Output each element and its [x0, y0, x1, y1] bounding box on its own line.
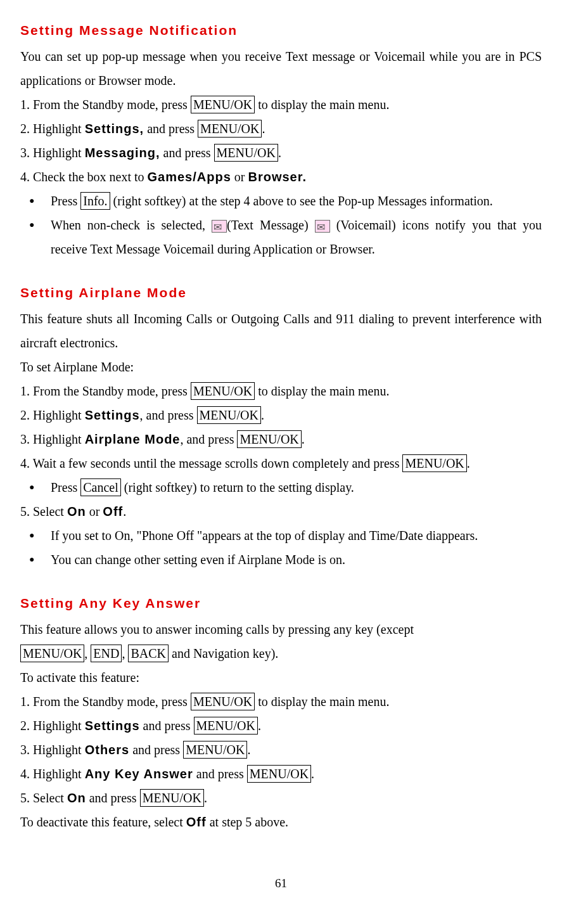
text: or — [86, 504, 103, 518]
text: 1. From the Standby mode, press — [20, 695, 191, 709]
period: . — [262, 122, 265, 136]
menuok-key: MENU/OK — [237, 430, 301, 448]
period: . — [247, 743, 250, 757]
step-2: 2. Highlight Settings, and press MENU/OK… — [20, 117, 542, 141]
bold-airplane-mode: Airplane Mode — [85, 432, 181, 446]
period: . — [278, 146, 281, 160]
to-set: To set Airplane Mode: — [20, 355, 542, 379]
period: . — [302, 432, 305, 446]
menuok-key: MENU/OK — [183, 741, 247, 759]
text: and press — [129, 743, 183, 757]
info-key: Info. — [80, 192, 110, 210]
step-4: 4. Wait a few seconds until the message … — [20, 451, 542, 475]
text: To deactivate this feature, select — [20, 815, 186, 829]
menuok-key: MENU/OK — [140, 789, 204, 807]
menuok-key: MENU/OK — [191, 693, 255, 710]
bold-others: Others — [85, 743, 129, 757]
text: at step 5 above. — [207, 815, 288, 829]
period: . — [311, 767, 314, 781]
period: . — [467, 456, 470, 470]
comma: , — [84, 646, 91, 660]
heading-any-key-answer: Setting Any Key Answer — [20, 591, 542, 616]
period: . — [258, 719, 261, 733]
text: Press — [51, 194, 80, 208]
menuok-key: MENU/OK — [197, 406, 261, 424]
step-2: 2. Highlight Settings, and press MENU/OK… — [20, 403, 542, 427]
menuok-key: MENU/OK — [214, 144, 278, 162]
text: 3. Highlight — [20, 432, 85, 446]
menuok-key: MENU/OK — [20, 645, 84, 662]
period: . — [204, 791, 207, 805]
text-message-icon — [212, 220, 227, 233]
text: Press — [51, 480, 80, 494]
bold-on: On — [67, 791, 86, 805]
end-key: END — [91, 645, 122, 662]
heading-airplane-mode: Setting Airplane Mode — [20, 280, 542, 305]
bullet-icons: When non-check is selected, (Text Messag… — [20, 213, 542, 261]
deactivate: To deactivate this feature, select Off a… — [20, 810, 542, 834]
menuok-key: MENU/OK — [191, 382, 255, 400]
text: or — [231, 170, 248, 184]
cancel-key: Cancel — [80, 478, 121, 496]
bold-browser: Browser. — [248, 170, 306, 184]
text: and press — [86, 791, 140, 805]
menuok-key: MENU/OK — [191, 96, 255, 113]
text: (right softkey) at the step 4 above to s… — [110, 194, 493, 208]
text: to display the main menu. — [255, 695, 389, 709]
bold-off: Off — [103, 504, 123, 518]
text: to display the main menu. — [255, 98, 389, 112]
period: . — [123, 504, 126, 518]
page-number: 61 — [20, 872, 542, 895]
text: and press — [160, 146, 214, 160]
step-4: 4. Highlight Any Key Answer and press ME… — [20, 762, 542, 786]
text: (right softkey) to return to the setting… — [121, 480, 354, 494]
intro-text: You can set up pop-up message when you r… — [20, 44, 542, 93]
step-1: 1. From the Standby mode, press MENU/OK … — [20, 690, 542, 714]
step-1: 1. From the Standby mode, press MENU/OK … — [20, 379, 542, 403]
menuok-key: MENU/OK — [198, 120, 262, 138]
menuok-key: MENU/OK — [247, 765, 311, 783]
text: , and press — [180, 432, 237, 446]
bullet-phone-off: If you set to On, "Phone Off "appears at… — [20, 523, 542, 548]
text: When non-check is selected, — [51, 218, 212, 232]
text: to display the main menu. — [255, 384, 389, 398]
period: . — [261, 408, 264, 422]
step-5: 5. Select On or Off. — [20, 499, 542, 523]
menuok-key: MENU/OK — [194, 717, 258, 735]
step-1: 1. From the Standby mode, press MENU/OK … — [20, 93, 542, 117]
back-key: BACK — [128, 645, 169, 662]
step-2: 2. Highlight Settings and press MENU/OK. — [20, 714, 542, 738]
text: 4. Wait a few seconds until the message … — [20, 456, 402, 470]
bold-messaging: Messaging, — [85, 146, 160, 160]
text: and press — [140, 719, 194, 733]
step-3: 3. Highlight Messaging, and press MENU/O… — [20, 141, 542, 165]
text: 1. From the Standby mode, press — [20, 98, 191, 112]
step-3: 3. Highlight Airplane Mode, and press ME… — [20, 427, 542, 451]
to-activate: To activate this feature: — [20, 665, 542, 690]
text: 2. Highlight — [20, 719, 85, 733]
comma: , — [122, 646, 128, 660]
text: 5. Select — [20, 791, 67, 805]
bold-on: On — [67, 504, 86, 518]
text: 5. Select — [20, 504, 67, 518]
text: 2. Highlight — [20, 122, 85, 136]
intro-line2: MENU/OK, END, BACK and Navigation key). — [20, 641, 542, 665]
text: (Text Message) — [227, 218, 315, 232]
intro-line1: This feature allows you to answer incomi… — [20, 617, 542, 641]
bold-games: Games/Apps — [148, 170, 231, 184]
text: 3. Highlight — [20, 743, 85, 757]
text: , and press — [140, 408, 197, 422]
menuok-key: MENU/OK — [402, 454, 466, 472]
intro-text: This feature shuts all Incoming Calls or… — [20, 307, 542, 355]
step-3: 3. Highlight Others and press MENU/OK. — [20, 738, 542, 762]
bold-any-key-answer: Any Key Answer — [85, 767, 193, 781]
text: and Navigation key). — [169, 646, 278, 660]
step-5: 5. Select On and press MENU/OK. — [20, 786, 542, 810]
step-4: 4. Check the box next to Games/Apps or B… — [20, 165, 542, 189]
text: 4. Check the box next to — [20, 170, 148, 184]
bold-off: Off — [186, 815, 207, 829]
heading-message-notification: Setting Message Notification — [20, 18, 542, 43]
voicemail-icon — [315, 220, 330, 233]
bullet-change-setting: You can change other setting even if Air… — [20, 548, 542, 572]
bullet-info: Press Info. (right softkey) at the step … — [20, 189, 542, 213]
